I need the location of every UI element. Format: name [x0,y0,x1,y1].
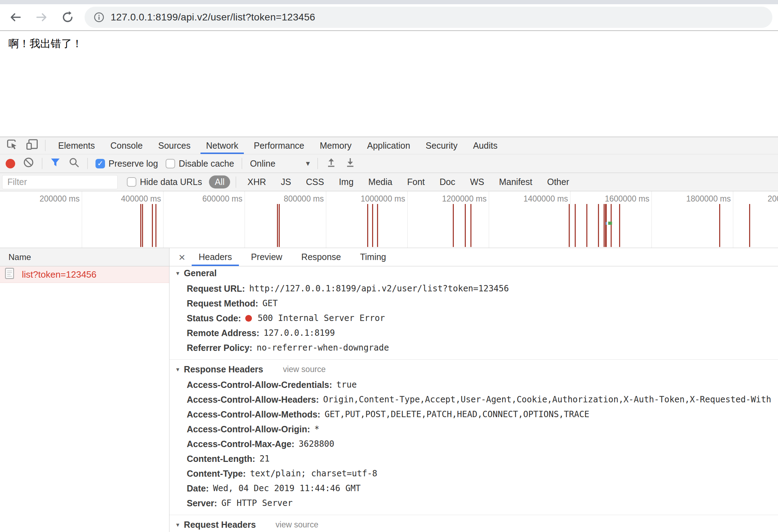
page-info-icon[interactable] [94,12,104,23]
request-row[interactable]: list?token=123456 [0,266,169,283]
record-icon[interactable] [6,159,15,168]
timeline-request-marker-blue [606,222,607,225]
timeline-error-bar [377,204,378,247]
tab-sources[interactable]: Sources [150,137,198,154]
view-source-link[interactable]: view source [283,365,326,374]
header-field-row: Access-Control-Allow-Methods:GET,PUT,POS… [169,407,778,422]
tab-security[interactable]: Security [418,137,465,154]
filter-icon[interactable] [50,157,61,170]
timeline-error-bar [604,204,605,247]
network-overview-timeline[interactable]: 200000 ms400000 ms600000 ms800000 ms1000… [0,191,778,248]
section-request-headers[interactable]: ▼Request Headersview source [169,518,778,531]
inspect-element-icon[interactable] [6,138,18,153]
header-field-value: GF HTTP Server [221,498,292,508]
header-field-row: Content-Type:text/plain; charset=utf-8 [169,466,778,481]
filter-type-manifest[interactable]: Manifest [493,175,538,188]
hide-data-urls-checkbox[interactable] [127,177,136,187]
timeline-error-bar [155,204,156,247]
network-body: Name list?token=123456 [0,248,778,532]
filter-type-xhr[interactable]: XHR [242,175,272,188]
close-icon[interactable]: × [177,252,187,263]
timeline-tick-label: 1000000 ms [360,194,405,204]
tab-audits[interactable]: Audits [465,137,505,154]
name-column-header[interactable]: Name [0,248,169,266]
separator [242,158,242,169]
timeline-gridline [245,191,245,248]
chevron-down-icon: ▾ [306,159,310,168]
tab-console[interactable]: Console [103,137,150,154]
separator [87,158,88,169]
export-har-icon[interactable] [345,157,356,170]
timeline-error-bar [719,204,720,247]
preserve-log-checkbox[interactable]: ✓ [95,159,105,168]
tab-performance[interactable]: Performance [246,137,312,154]
header-field-row: Content-Length:21 [169,451,778,466]
address-bar[interactable]: 127.0.0.1:8199/api.v2/user/list?token=12… [85,7,772,28]
device-toolbar-icon[interactable] [25,138,39,153]
timeline-error-bar [598,204,599,247]
status-error-dot-icon [245,315,252,322]
detail-tab-response[interactable]: Response [294,248,348,266]
timeline-error-bar [619,204,620,247]
timeline-gridline [652,191,652,248]
chevron-expanded-icon: ▼ [175,366,180,372]
header-field-name: Request URL: [187,284,245,294]
network-filterbar: Hide data URLs AllXHRJSCSSImgMediaFontDo… [0,173,778,191]
request-name[interactable]: list?token=123456 [22,269,97,280]
filter-type-ws[interactable]: WS [464,175,490,188]
filter-type-js[interactable]: JS [275,175,297,188]
section-general[interactable]: ▼General [169,266,778,280]
header-field-name: Access-Control-Allow-Credentials: [187,380,332,390]
filter-type-font[interactable]: Font [401,175,430,188]
disable-cache-toggle[interactable]: Disable cache [166,159,234,169]
back-icon[interactable] [8,10,23,24]
headers-content: ▼GeneralRequest URL:http://127.0.0.1:819… [169,266,778,532]
timeline-error-bar [611,204,612,247]
hide-data-urls-label: Hide data URLs [140,177,202,187]
tab-elements[interactable]: Elements [50,137,103,154]
screenshot-root: 127.0.0.1:8199/api.v2/user/list?token=12… [0,0,778,532]
tab-application[interactable]: Application [359,137,418,154]
filter-type-media[interactable]: Media [363,175,398,188]
reload-icon[interactable] [61,10,75,24]
header-field-name: Access-Control-Max-Age: [187,439,295,449]
hide-data-urls-toggle[interactable]: Hide data URLs [127,177,202,187]
timeline-error-bar [605,204,607,247]
filter-type-css[interactable]: CSS [300,175,329,188]
import-har-icon[interactable] [326,157,337,170]
detail-tab-timing[interactable]: Timing [353,248,393,266]
url-text[interactable]: 127.0.0.1:8199/api.v2/user/list?token=12… [111,12,315,23]
timeline-error-bar [367,204,368,247]
header-field-row: Server:GF HTTP Server [169,496,778,511]
filter-type-img[interactable]: Img [333,175,359,188]
header-field-row: Request URL:http://127.0.0.1:8199/api.v2… [169,281,778,296]
throttling-select[interactable]: Online ▾ [250,159,310,169]
search-icon[interactable] [68,157,80,170]
view-source-link[interactable]: view source [276,520,318,530]
filter-type-doc[interactable]: Doc [434,175,461,188]
filter-input[interactable] [2,175,118,189]
timeline-tick-label: 400000 ms [121,194,161,204]
header-field-row: Access-Control-Allow-Headers:Origin,Cont… [169,392,778,407]
clear-icon[interactable] [23,157,34,170]
tab-memory[interactable]: Memory [312,137,359,154]
preserve-log-toggle[interactable]: ✓ Preserve log [95,159,158,169]
header-field-name: Content-Type: [187,469,246,479]
chevron-expanded-icon: ▼ [175,522,180,528]
detail-tab-preview[interactable]: Preview [244,248,289,266]
filter-type-other[interactable]: Other [542,175,575,188]
header-field-name: Referrer Policy: [187,343,252,353]
tab-network[interactable]: Network [198,137,246,154]
detail-tabbar: × HeadersPreviewResponseTiming [169,248,778,266]
section-response-headers[interactable]: ▼Response Headersview source [169,363,778,376]
disable-cache-checkbox[interactable] [166,159,175,168]
throttling-value: Online [250,159,275,169]
header-field-row: Remote Address:127.0.0.1:8199 [169,326,778,340]
devtools-panel: ElementsConsoleSourcesNetworkPerformance… [0,137,778,532]
filter-type-all[interactable]: All [209,175,230,188]
detail-tab-headers[interactable]: Headers [192,248,239,266]
browser-nav-icons [0,10,85,24]
network-toolbar: ✓ Preserve log Disable cache Online ▾ [0,154,778,173]
forward-icon[interactable] [35,10,49,24]
timeline-gridline [489,191,489,248]
